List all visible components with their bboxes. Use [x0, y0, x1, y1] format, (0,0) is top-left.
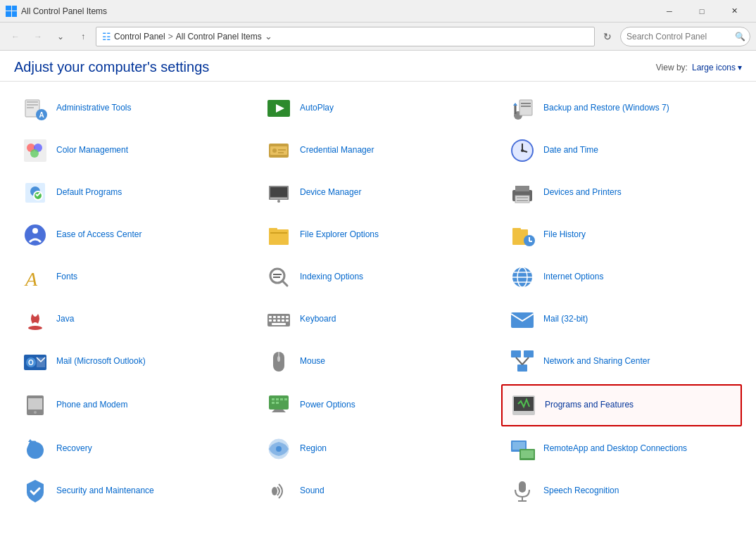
cp-item-icon-credential-manager: [265, 137, 293, 165]
back-button[interactable]: ←: [6, 27, 25, 46]
svg-rect-20: [278, 152, 284, 153]
svg-point-97: [276, 446, 282, 452]
search-icon: 🔍: [735, 32, 745, 42]
cp-item-icon-programs-features: [510, 391, 538, 419]
close-button[interactable]: ✕: [718, 0, 750, 23]
svg-rect-94: [514, 397, 534, 411]
cp-item-icon-default-programs: [21, 179, 49, 207]
maximize-button[interactable]: □: [686, 0, 718, 23]
svg-rect-10: [521, 103, 531, 104]
svg-rect-2: [27, 104, 38, 106]
cp-item-default-programs[interactable]: Default Programs: [14, 173, 255, 213]
items-area: AAdministrative ToolsAutoPlayBackup and …: [0, 82, 756, 558]
cp-item-internet-options[interactable]: Internet Options: [501, 258, 742, 297]
cp-item-label-mail-32bit: Mail (32-bit): [543, 314, 588, 325]
cp-item-indexing[interactable]: Indexing Options: [258, 258, 498, 297]
address-all-items[interactable]: All Control Panel Items: [176, 32, 262, 42]
cp-item-recovery[interactable]: Recovery: [14, 429, 255, 469]
svg-rect-89: [280, 398, 283, 400]
forward-button[interactable]: →: [28, 27, 48, 46]
titlebar: All Control Panel Items ─ □ ✕: [0, 0, 756, 23]
main-content: Adjust your computer's settings View by:…: [0, 51, 756, 558]
svg-rect-68: [286, 319, 289, 322]
cp-item-date-time[interactable]: Date and Time: [501, 131, 742, 170]
cp-item-icon-mail-32bit: [508, 305, 536, 334]
cp-item-autoplay[interactable]: AutoPlay: [258, 89, 498, 128]
svg-rect-78: [511, 350, 521, 357]
cp-item-label-recovery: Recovery: [56, 443, 92, 455]
viewby-value[interactable]: Large icons ▾: [692, 63, 742, 72]
dropdown-button[interactable]: ⌄: [51, 27, 70, 46]
cp-item-programs-features[interactable]: Programs and Features: [501, 384, 742, 426]
svg-rect-69: [272, 323, 286, 325]
titlebar-icon: [6, 6, 17, 17]
address-control-panel[interactable]: Control Panel: [114, 32, 165, 42]
cp-item-icon-java: [21, 305, 49, 334]
cp-item-network-sharing[interactable]: Network and Sharing Center: [501, 342, 742, 381]
cp-item-label-credential-manager: Credential Manager: [300, 145, 374, 156]
svg-text:A: A: [39, 111, 44, 119]
svg-rect-59: [269, 316, 272, 318]
svg-rect-103: [519, 481, 526, 493]
cp-item-sound[interactable]: Sound: [258, 471, 498, 511]
address-box[interactable]: ☷ Control Panel > All Control Panel Item…: [96, 27, 595, 46]
cp-item-mail-32bit[interactable]: Mail (32-bit): [501, 300, 742, 339]
address-dropdown-button[interactable]: ⌄: [262, 27, 276, 46]
cp-item-icon-power-options: [265, 391, 293, 419]
refresh-button[interactable]: ↻: [598, 27, 617, 46]
cp-item-keyboard[interactable]: Keyboard: [258, 300, 498, 339]
svg-point-102: [272, 487, 277, 495]
cp-item-icon-network-sharing: [508, 348, 536, 376]
cp-item-administrative-tools[interactable]: AAdministrative Tools: [14, 89, 255, 128]
cp-item-label-remoteapp: RemoteApp and Desktop Connections: [543, 443, 687, 455]
cp-item-phone-modem[interactable]: Phone and Modem: [14, 384, 255, 426]
cp-item-region[interactable]: Region: [258, 429, 498, 469]
cp-item-security-maintenance[interactable]: Security and Maintenance: [14, 471, 255, 511]
svg-rect-90: [284, 398, 287, 400]
svg-rect-99: [512, 442, 525, 450]
svg-rect-11: [521, 106, 531, 107]
svg-rect-87: [272, 398, 275, 400]
viewby-control: View by: Large icons ▾: [656, 63, 742, 72]
cp-item-label-security-maintenance: Security and Maintenance: [56, 486, 154, 497]
cp-item-java[interactable]: Java: [14, 300, 255, 339]
cp-item-speech-recognition[interactable]: Speech Recognition: [501, 471, 742, 511]
cp-item-device-manager[interactable]: Device Manager: [258, 173, 498, 213]
cp-item-label-sound: Sound: [300, 486, 325, 497]
cp-item-file-history[interactable]: File History: [501, 215, 742, 255]
svg-rect-30: [270, 198, 287, 199]
cp-item-mail-outlook[interactable]: OMail (Microsoft Outlook): [14, 342, 255, 381]
cp-item-icon-mouse: [265, 348, 293, 376]
search-box[interactable]: 🔍: [620, 27, 750, 46]
cp-item-credential-manager[interactable]: Credential Manager: [258, 131, 498, 170]
cp-item-label-file-explorer: File Explorer Options: [300, 229, 379, 241]
cp-item-label-programs-features: Programs and Features: [545, 400, 634, 411]
viewby-label: View by:: [656, 63, 688, 72]
svg-rect-43: [512, 228, 521, 231]
cp-item-remoteapp[interactable]: RemoteApp and Desktop Connections: [501, 429, 742, 469]
minimize-button[interactable]: ─: [653, 0, 686, 23]
cp-item-power-options[interactable]: Power Options: [258, 384, 498, 426]
svg-rect-41: [270, 232, 287, 234]
cp-item-color-management[interactable]: Color Management: [14, 131, 255, 170]
svg-rect-67: [282, 319, 284, 322]
svg-rect-33: [515, 186, 529, 191]
up-button[interactable]: ↑: [73, 27, 93, 46]
chevron-down-icon: ▾: [738, 63, 742, 72]
cp-item-label-backup-restore: Backup and Restore (Windows 7): [543, 103, 669, 114]
cp-item-mouse[interactable]: Mouse: [258, 342, 498, 381]
cp-item-icon-file-explorer: [265, 221, 293, 249]
cp-item-backup-restore[interactable]: Backup and Restore (Windows 7): [501, 89, 742, 128]
cp-item-label-devices-printers: Devices and Printers: [543, 187, 622, 198]
svg-rect-66: [277, 319, 280, 322]
cp-item-file-explorer[interactable]: File Explorer Options: [258, 215, 498, 255]
cp-item-label-device-manager: Device Manager: [300, 187, 361, 198]
svg-rect-91: [272, 402, 275, 404]
cp-item-fonts[interactable]: AFonts: [14, 258, 255, 297]
cp-item-ease-of-access[interactable]: Ease of Access Center: [14, 215, 255, 255]
content-header: Adjust your computer's settings View by:…: [0, 51, 756, 82]
svg-line-81: [516, 357, 522, 364]
search-input[interactable]: [626, 32, 732, 42]
svg-rect-19: [278, 149, 286, 151]
cp-item-devices-printers[interactable]: Devices and Printers: [501, 173, 742, 213]
